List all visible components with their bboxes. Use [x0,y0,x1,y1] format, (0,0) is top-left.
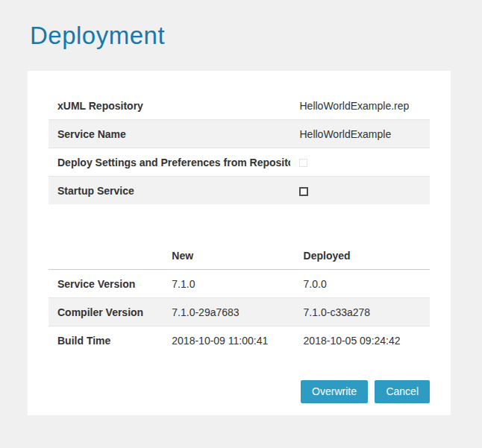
table-row: Build Time 2018-10-09 11:00:41 2018-10-0… [48,326,430,355]
service-version-deployed: 7.0.0 [295,270,430,298]
setting-value-xuml-repository: HelloWorldExample.rep [290,92,430,120]
table-row: Service Name HelloWorldExample [48,120,430,148]
button-bar: Overwrite Cancel [48,380,430,403]
deployment-card: xUML Repository HelloWorldExample.rep Se… [28,71,451,415]
page-title: Deployment [0,0,482,51]
startup-service-checkbox[interactable] [299,187,308,196]
table-row: Deploy Settings and Preferences from Rep… [48,148,430,177]
overwrite-button[interactable]: Overwrite [301,380,368,403]
table-row: xUML Repository HelloWorldExample.rep [48,92,430,120]
table-row: Startup Service [48,177,430,205]
deployment-page: Deployment xUML Repository HelloWorldExa… [0,0,482,448]
spacer [48,354,430,380]
deploy-settings-checkbox [299,159,307,167]
table-row: Compiler Version 7.1.0-29a7683 7.1.0-c33… [48,298,430,326]
versions-header-deployed: Deployed [295,242,430,270]
version-label-service-version: Service Version [48,270,163,298]
version-label-compiler-version: Compiler Version [48,298,163,326]
versions-header-new: New [163,242,294,270]
table-row: Service Version 7.1.0 7.0.0 [48,270,430,298]
versions-table: New Deployed Service Version 7.1.0 7.0.0… [48,242,430,354]
build-time-deployed: 2018-10-05 09:24:42 [295,326,430,355]
build-time-new: 2018-10-09 11:00:41 [163,326,294,355]
compiler-version-deployed: 7.1.0-c33a278 [295,298,430,326]
spacer [48,204,430,242]
versions-header-empty [48,242,163,270]
settings-table: xUML Repository HelloWorldExample.rep Se… [48,92,430,204]
version-label-build-time: Build Time [48,326,163,355]
versions-header-row: New Deployed [48,242,430,270]
setting-label-startup-service: Startup Service [48,177,290,205]
compiler-version-new: 7.1.0-29a7683 [163,298,294,326]
setting-label-xuml-repository: xUML Repository [48,92,290,120]
setting-label-deploy-settings: Deploy Settings and Preferences from Rep… [48,148,290,177]
service-version-new: 7.1.0 [163,270,294,298]
setting-label-service-name: Service Name [48,120,290,148]
cancel-button[interactable]: Cancel [375,380,430,403]
setting-value-service-name: HelloWorldExample [290,120,430,148]
